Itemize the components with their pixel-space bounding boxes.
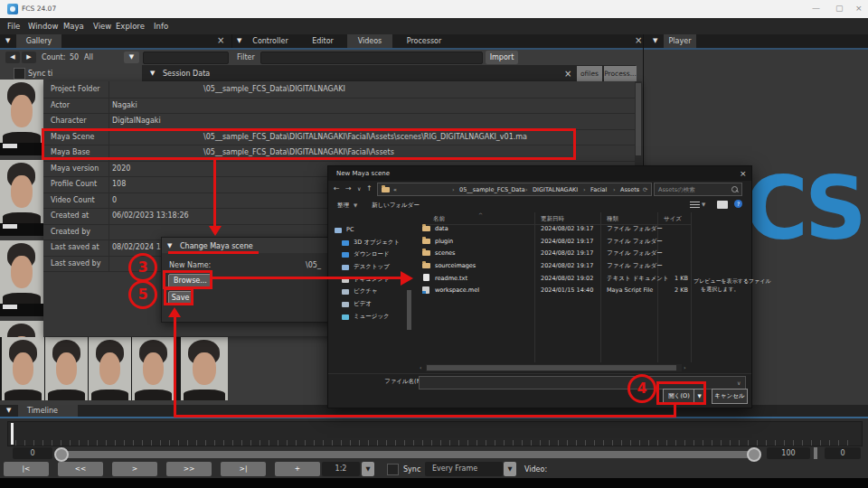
hscroll-left-icon[interactable]: ‹	[420, 364, 422, 371]
organize-dropdown-icon[interactable]: ▼	[354, 202, 357, 208]
nav-forward-icon[interactable]: →	[345, 184, 352, 192]
menu-file[interactable]: File	[7, 22, 20, 31]
pane-menu-icon-3[interactable]: ▼	[653, 37, 657, 44]
file-name[interactable]: scenes	[435, 249, 455, 257]
timeline-track[interactable]	[7, 421, 863, 446]
add-button[interactable]: +	[275, 462, 320, 476]
view-dropdown-icon[interactable]: ▼	[702, 202, 705, 207]
range-max-box[interactable]: 100	[767, 447, 810, 459]
tab-processor[interactable]: Processor	[394, 34, 454, 48]
filename-dropdown-icon[interactable]: ∨	[737, 380, 741, 386]
count-dropdown-button[interactable]: ▼	[124, 52, 139, 63]
frame-mode-dropdown[interactable]: Every Frame	[425, 462, 503, 476]
range-handle-start[interactable]	[54, 447, 69, 462]
hscroll-track[interactable]	[426, 364, 682, 371]
expression-strip[interactable]	[0, 337, 228, 400]
cancel-button[interactable]: キャンセル	[712, 389, 748, 404]
ratio-box[interactable]: 1:2	[322, 462, 360, 476]
new-folder-button[interactable]: 新しいフォルダー	[372, 202, 420, 210]
column-name[interactable]: 名前	[433, 215, 445, 223]
timeline-playhead[interactable]	[11, 423, 14, 445]
file-name[interactable]: workspace.mel	[435, 286, 479, 294]
place-item[interactable]: ミュージック	[354, 313, 390, 321]
session-panel-title[interactable]: Session Data	[163, 70, 210, 78]
place-item[interactable]: PC	[346, 226, 354, 233]
breadcrumb-dropdown-icon[interactable]: ∨	[636, 186, 639, 192]
menu-view[interactable]: View	[93, 22, 111, 31]
count-input[interactable]	[143, 52, 229, 64]
minimize-button[interactable]: —	[812, 4, 820, 13]
timeline-collapse-icon[interactable]: ▼	[6, 407, 11, 414]
place-item[interactable]: ダウンロード	[354, 250, 390, 258]
menu-maya[interactable]: Maya	[63, 22, 84, 31]
search-box[interactable]: Assetsの検索	[654, 183, 742, 196]
step-back-button[interactable]: <<	[58, 462, 103, 476]
place-item[interactable]: ビデオ	[354, 300, 372, 308]
tab-timeline[interactable]: Timeline	[18, 405, 78, 417]
place-item[interactable]: ピクチャ	[354, 287, 378, 296]
file-name[interactable]: readme.txt	[435, 275, 467, 282]
tab-editor[interactable]: Editor	[300, 34, 345, 48]
step-forward-button[interactable]: >>	[166, 462, 212, 476]
range-slider-track[interactable]	[56, 451, 760, 458]
list-view-icon[interactable]	[690, 202, 700, 209]
sidebar-scrollbar[interactable]	[407, 290, 411, 330]
place-item[interactable]: 3D オブジェクト	[354, 239, 400, 247]
current-frame-box[interactable]: 0	[13, 447, 52, 459]
nav-back-icon[interactable]: ←	[334, 184, 340, 192]
range-mini-handle[interactable]	[814, 447, 817, 459]
help-icon[interactable]: ?	[734, 200, 742, 208]
refresh-icon[interactable]: ⟳	[643, 186, 647, 193]
session-collapse-icon[interactable]: ▼	[150, 70, 155, 77]
popup-collapse-icon[interactable]: ▼	[167, 242, 172, 249]
range-handle-end[interactable]	[747, 447, 761, 462]
tab-process-partial[interactable]: Process...	[604, 66, 637, 81]
tab-profiles-partial[interactable]: ofiles	[577, 66, 602, 81]
go-end-button[interactable]: >|	[221, 462, 266, 476]
breadcrumb-segment[interactable]: 05__sample_FCS_Data	[459, 186, 525, 193]
breadcrumb-segment[interactable]: DIGITALNAGAKI	[533, 186, 578, 193]
face-thumbnail[interactable]	[0, 240, 43, 316]
sync-frame-checkbox[interactable]	[387, 464, 399, 475]
nav-up-icon[interactable]: ↑	[366, 184, 373, 192]
file-name[interactable]: sourceimages	[435, 262, 476, 269]
tab-player[interactable]: Player	[664, 34, 696, 48]
place-item[interactable]: デスクトップ	[354, 263, 390, 271]
hscroll-thumb[interactable]	[427, 365, 676, 371]
menu-info[interactable]: Info	[154, 22, 168, 31]
column-date[interactable]: 更新日時	[541, 215, 564, 223]
center-close-icon[interactable]: ×	[635, 35, 642, 45]
gallery-close-icon[interactable]: ×	[217, 35, 224, 45]
play-button[interactable]: >	[112, 462, 157, 476]
face-thumbnail[interactable]	[0, 80, 43, 155]
file-name[interactable]: plugin	[435, 238, 453, 245]
hscroll-right-icon[interactable]: ›	[684, 364, 686, 371]
pane-menu-icon-2[interactable]: ▼	[237, 37, 241, 44]
nav-history-icon[interactable]: ∨	[357, 185, 361, 192]
ratio-dropdown-icon[interactable]: ▼	[362, 462, 374, 476]
close-window-button[interactable]: ×	[855, 4, 863, 13]
file-dialog-close-icon[interactable]: ×	[740, 169, 747, 178]
breadcrumb-segment[interactable]: Facial	[590, 186, 607, 193]
gallery-prev-button[interactable]: ◀	[5, 52, 20, 63]
preview-pane-icon[interactable]	[717, 201, 728, 209]
gallery-next-button[interactable]: ▶	[22, 52, 36, 63]
column-size[interactable]: サイズ	[664, 215, 682, 223]
go-start-button[interactable]: |<	[4, 462, 49, 476]
sync-checkbox[interactable]	[14, 68, 25, 80]
frame-mode-dropdown-icon[interactable]: ▼	[504, 462, 516, 476]
menu-explore[interactable]: Explore	[116, 22, 145, 31]
face-thumbnail[interactable]	[0, 160, 43, 236]
new-name-value[interactable]: \05_	[306, 261, 321, 269]
column-type[interactable]: 種類	[607, 215, 618, 223]
tab-videos[interactable]: Videos	[347, 34, 392, 48]
filter-input[interactable]	[260, 52, 483, 64]
file-name[interactable]: data	[435, 225, 448, 232]
import-button[interactable]: Import	[486, 51, 518, 64]
menu-window[interactable]: Window	[28, 22, 59, 31]
maximize-button[interactable]: ▢	[835, 4, 844, 13]
offset-box[interactable]: 0	[825, 447, 861, 459]
tab-gallery[interactable]: Gallery	[16, 34, 61, 48]
session-close-icon[interactable]: ×	[564, 69, 571, 79]
organize-button[interactable]: 整理	[337, 202, 349, 210]
